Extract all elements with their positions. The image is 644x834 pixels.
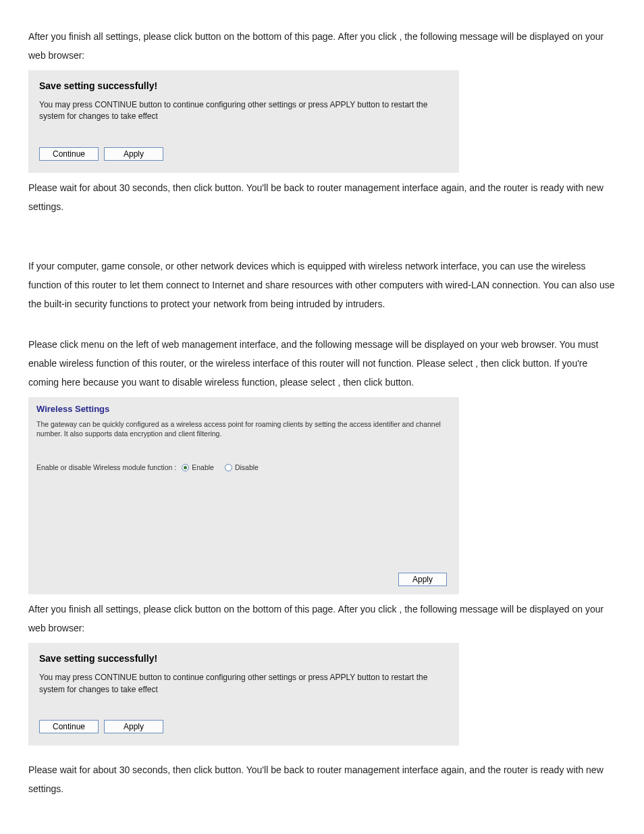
disable-radio-label: Disable	[235, 463, 259, 471]
disable-radio-group[interactable]: Disable	[225, 463, 264, 471]
instruction-paragraph-3: After you finish all settings, please cl…	[28, 600, 616, 637]
apply-row: Apply	[36, 573, 451, 586]
radio-icon-selected	[182, 464, 189, 471]
apply-button[interactable]: Apply	[104, 720, 163, 733]
save-success-dialog-2: Save setting successfully! You may press…	[28, 643, 459, 746]
wireless-settings-panel: Wireless Settings The gateway can be qui…	[28, 397, 459, 594]
text-fragment: button on the bottom of this page. After…	[195, 604, 400, 615]
dialog-description: You may press CONTINUE button to continu…	[39, 672, 448, 696]
instruction-paragraph-2: Please wait for about 30 seconds, then c…	[28, 178, 616, 216]
dialog-title: Save setting successfully!	[39, 80, 448, 91]
apply-button[interactable]: Apply	[104, 147, 163, 161]
text-fragment: Please wait for about 30 seconds, then c…	[28, 182, 215, 193]
wireless-settings-title: Wireless Settings	[36, 404, 451, 414]
wireless-settings-description: The gateway can be quickly configured as…	[36, 419, 451, 439]
dialog-button-row: Continue Apply	[39, 147, 448, 161]
instruction-paragraph-4: Please wait for about 30 seconds, then c…	[28, 760, 616, 798]
continue-button[interactable]: Continue	[39, 147, 99, 161]
text-fragment: button.	[385, 377, 414, 388]
continue-button[interactable]: Continue	[39, 720, 99, 733]
dialog-description: You may press CONTINUE button to continu…	[39, 99, 448, 123]
text-fragment: button on the bottom of this page. After…	[195, 31, 400, 42]
text-fragment: , then click	[475, 358, 522, 369]
wireless-instruction-paragraph: Please click menu on the left of web man…	[28, 335, 616, 392]
radio-icon-unselected	[225, 464, 232, 471]
enable-radio-label: Enable	[192, 463, 214, 471]
text-fragment: Please click	[28, 339, 81, 350]
text-fragment: After you finish all settings, please cl…	[28, 604, 195, 615]
text-fragment: Please wait for about 30 seconds, then c…	[28, 764, 215, 775]
dialog-title: Save setting successfully!	[39, 653, 448, 664]
instruction-paragraph-1: After you finish all settings, please cl…	[28, 27, 616, 65]
dialog-button-row: Continue Apply	[39, 720, 448, 733]
save-success-dialog-1: Save setting successfully! You may press…	[28, 70, 459, 173]
wireless-apply-button[interactable]: Apply	[398, 573, 447, 586]
enable-radio-group[interactable]: Enable	[182, 463, 219, 471]
text-fragment: , then click	[338, 377, 385, 388]
wireless-module-label: Enable or disable Wireless module functi…	[36, 463, 176, 471]
wireless-intro-paragraph: If your computer, game console, or other…	[28, 257, 616, 313]
text-fragment: After you finish all settings, please cl…	[28, 31, 195, 42]
wireless-module-row: Enable or disable Wireless module functi…	[36, 463, 451, 471]
